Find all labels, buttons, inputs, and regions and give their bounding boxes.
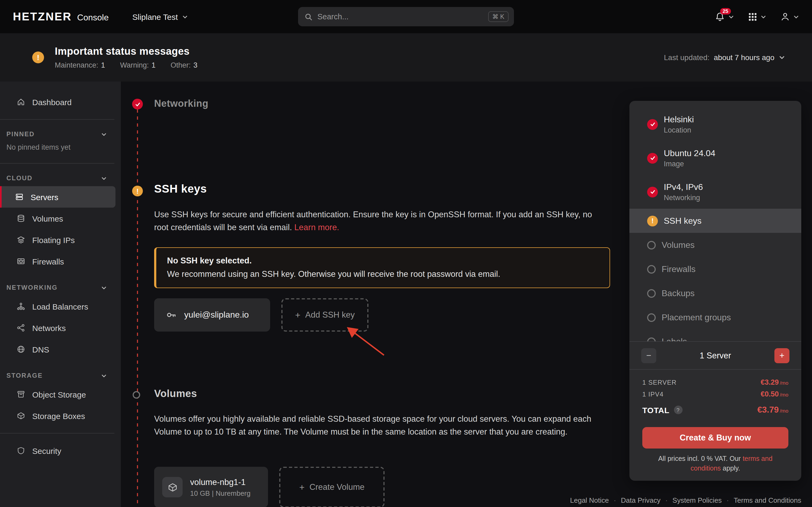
volumes-step-todo-icon [133,391,140,399]
layers-icon [17,235,25,244]
increase-server-count-button[interactable]: + [774,348,790,363]
summary-panel: Helsinki Location Ubuntu 24.04 Image [629,101,801,481]
check-icon [647,186,658,197]
user-icon [780,12,790,21]
maintenance-count-value: 1 [101,61,105,69]
notifications-button[interactable]: 25 [715,11,734,22]
check-icon [647,119,658,129]
chevron-down-icon [101,175,107,181]
ssh-key-card[interactable]: yulei@sliplane.io [154,298,270,332]
summary-step-firewalls[interactable]: Firewalls [629,257,801,281]
chevron-down-icon [101,285,107,290]
summary-step-ssh-keys[interactable]: ! SSH keys [629,209,801,233]
sidebar-item-storage-boxes[interactable]: Storage Boxes [0,405,115,427]
step-title: Ubuntu 24.04 [664,148,715,158]
key-icon [166,309,177,320]
ssh-description-text: Use SSH keys for secure and efficient au… [154,210,592,232]
section-header-label: NETWORKING [6,284,58,291]
notification-count-badge: 25 [720,8,731,14]
summary-steps-list: Helsinki Location Ubuntu 24.04 Image [629,101,801,341]
globe-icon [17,345,25,353]
cube-icon [162,477,183,497]
add-ssh-key-button[interactable]: + Add SSH key [282,298,368,332]
account-menu-button[interactable] [780,12,799,21]
status-counts: Maintenance:1 Warning:1 Other:3 [55,61,197,69]
search-bar[interactable]: ⌘ K [298,7,514,26]
chevron-down-icon [182,14,188,19]
project-selector[interactable]: Sliplane Test [133,12,188,21]
other-count-value: 3 [193,61,197,69]
summary-step-image[interactable]: Ubuntu 24.04 Image [629,141,801,175]
data-privacy-link[interactable]: Data Privacy [621,496,660,504]
check-icon [647,153,658,163]
step-title: Labels [662,337,687,341]
networking-section-title: Networking [154,98,208,109]
sidebar-section-cloud[interactable]: CLOUD [0,170,121,186]
sidebar-item-firewalls[interactable]: Firewalls [0,250,115,272]
project-name: Sliplane Test [133,12,178,21]
warning-icon: ! [32,52,44,63]
learn-more-link[interactable]: Learn more. [294,223,339,232]
footnote-text: apply. [721,465,740,472]
summary-step-networking[interactable]: IPv4, IPv6 Networking [629,175,801,209]
sidebar-section-networking[interactable]: NETWORKING [0,280,121,296]
sidebar-item-security[interactable]: Security [0,440,115,461]
step-title: Helsinki [664,115,694,124]
create-volume-button[interactable]: + Create Volume [279,467,385,507]
summary-step-location[interactable]: Helsinki Location [629,107,801,141]
step-subtitle: Image [664,160,715,168]
price-row-total: TOTAL ? €3.79/mo [642,405,789,415]
home-icon [17,98,25,106]
sidebar-item-load-balancers[interactable]: Load Balancers [0,296,115,317]
sidebar-item-servers[interactable]: Servers [0,186,115,208]
summary-step-backups[interactable]: Backups [629,281,801,305]
ssh-warning-box: No SSH key selected. We recommend using … [154,247,610,288]
sidebar-item-object-storage[interactable]: Object Storage [0,384,115,405]
todo-circle-icon [647,313,656,322]
ssh-description: Use SSH keys for secure and efficient au… [154,208,608,234]
sidebar-item-floating-ips[interactable]: Floating IPs [0,229,115,250]
volume-meta: 10 GB | Nuremberg [190,489,251,497]
volumes-description: Volumes offer you highly available and r… [154,412,603,439]
progress-rail [137,109,138,507]
step-title: Firewalls [662,264,696,274]
price-label: 1 SERVER [642,379,677,386]
sidebar-item-volumes[interactable]: Volumes [0,208,115,229]
decrease-server-count-button[interactable]: − [641,348,656,363]
step-subtitle: Location [664,126,694,134]
network-icon [17,324,25,332]
system-policies-link[interactable]: System Policies [672,496,722,504]
search-icon [305,13,313,21]
summary-step-volumes[interactable]: Volumes [629,233,801,257]
legal-notice-link[interactable]: Legal Notice [570,496,609,504]
help-icon[interactable]: ? [674,406,682,414]
sidebar-item-label: Storage Boxes [32,411,85,420]
apps-menu-button[interactable] [748,12,766,21]
hetzner-logo[interactable]: HETZNER Console [13,10,109,23]
separator: · [665,496,668,504]
sidebar-item-dns[interactable]: DNS [0,339,115,360]
server-icon [15,192,23,201]
divider [0,119,114,120]
sidebar-item-label: DNS [32,345,49,354]
warning-count-label: Warning: [120,61,149,69]
summary-step-labels[interactable]: Labels [629,329,801,341]
create-buy-button[interactable]: Create & Buy now [642,427,789,449]
product-text: Console [77,13,108,22]
navbar-controls: 25 [715,11,799,22]
chevron-down-icon [101,373,107,379]
other-count-label: Other: [170,61,191,69]
terms-conditions-link[interactable]: Terms and Conditions [734,496,801,504]
summary-step-placement-groups[interactable]: Placement groups [629,305,801,329]
last-updated-toggle[interactable]: Last updated: about 7 hours ago [664,53,785,62]
volumes-section-title: Volumes [154,388,197,400]
sidebar-item-dashboard[interactable]: Dashboard [0,91,115,113]
volume-card[interactable]: volume-nbg1-1 10 GB | Nuremberg [154,467,268,507]
sidebar-item-label: Networks [32,323,66,332]
sidebar-section-storage[interactable]: STORAGE [0,368,121,384]
server-create-wizard: Networking ! SSH keys Use SSH keys for s… [121,81,812,507]
brand-text: HETZNER [13,10,72,23]
sidebar-section-pinned[interactable]: PINNED [0,126,121,142]
search-input[interactable] [317,12,483,21]
sidebar-item-networks[interactable]: Networks [0,317,115,339]
